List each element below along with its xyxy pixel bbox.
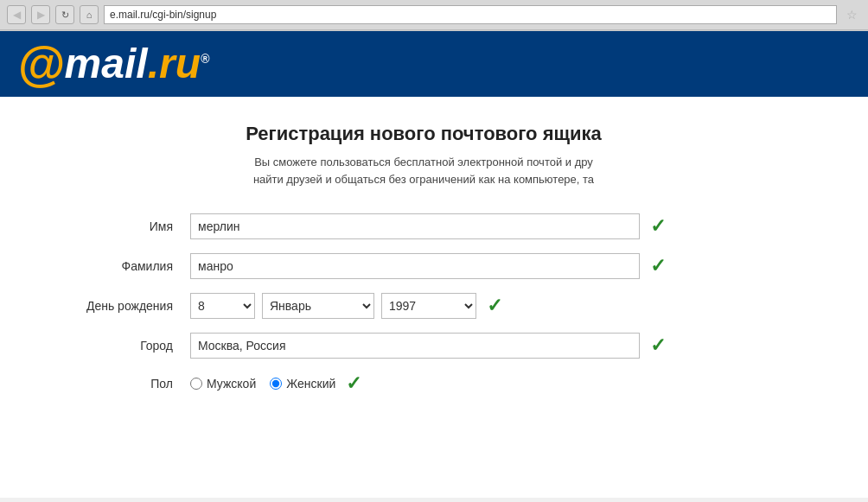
city-input[interactable]: [190, 333, 640, 359]
last-name-label: Фамилия: [52, 259, 190, 273]
browser-toolbar: ◀ ▶ ↻ ⌂ e.mail.ru/cgi-bin/signup ☆: [0, 0, 868, 30]
browser-chrome: ◀ ▶ ↻ ⌂ e.mail.ru/cgi-bin/signup ☆: [0, 0, 868, 31]
gender-options: Мужской Женский: [190, 377, 335, 391]
registration-form-area: Регистрация нового почтового ящика Вы см…: [0, 97, 847, 435]
logo-mail-text: mail: [65, 43, 148, 85]
city-check-icon: ✓: [650, 334, 666, 357]
birthday-row: День рождения 8 1 2 3 4 5 6 7 9 10 11 12…: [35, 293, 813, 319]
site-logo: @ mail .ru®: [17, 40, 209, 88]
last-name-input[interactable]: [190, 253, 640, 279]
site-header: @ mail .ru®: [0, 31, 868, 97]
refresh-button[interactable]: ↻: [55, 5, 74, 24]
first-name-label: Имя: [52, 219, 190, 233]
gender-female-radio[interactable]: [270, 378, 282, 390]
birthday-day-select[interactable]: 8 1 2 3 4 5 6 7 9 10 11 12 13 14 15 16 1: [190, 293, 255, 319]
birthday-label: День рождения: [52, 299, 190, 313]
birthday-check-icon: ✓: [487, 295, 502, 317]
back-button[interactable]: ◀: [7, 5, 26, 24]
city-row: Город ✓: [35, 333, 813, 359]
gender-female-option[interactable]: Женский: [270, 377, 335, 391]
gender-female-label: Женский: [286, 377, 335, 391]
birthday-selects: 8 1 2 3 4 5 6 7 9 10 11 12 13 14 15 16 1: [190, 293, 476, 319]
gender-row: Пол Мужской Женский ✓: [35, 372, 813, 395]
first-name-input[interactable]: [190, 213, 640, 239]
bookmark-star-icon[interactable]: ☆: [842, 5, 861, 24]
first-name-row: Имя ✓: [35, 213, 813, 239]
logo-registered: ®: [201, 52, 209, 66]
page-content: @ mail .ru® Регистрация нового почтового…: [0, 31, 868, 498]
gender-male-radio[interactable]: [190, 378, 202, 390]
page-title: Регистрация нового почтового ящика: [35, 123, 813, 145]
birthday-month-select[interactable]: Январь Февраль Март Апрель Май Июнь Июль…: [262, 293, 374, 319]
city-label: Город: [52, 339, 190, 353]
forward-button[interactable]: ▶: [31, 5, 50, 24]
gender-male-label: Мужской: [207, 377, 256, 391]
last-name-row: Фамилия ✓: [35, 253, 813, 279]
gender-label: Пол: [52, 377, 190, 391]
gender-check-icon: ✓: [346, 372, 361, 395]
logo-dot-ru-text: .ru®: [148, 43, 210, 85]
logo-at-symbol: @: [17, 40, 65, 88]
address-bar[interactable]: e.mail.ru/cgi-bin/signup: [104, 5, 837, 24]
gender-male-option[interactable]: Мужской: [190, 377, 256, 391]
home-button[interactable]: ⌂: [80, 5, 99, 24]
last-name-check-icon: ✓: [650, 255, 666, 277]
first-name-check-icon: ✓: [650, 215, 666, 238]
page-subtitle: Вы сможете пользоваться бесплатной элект…: [35, 154, 813, 187]
birthday-year-select[interactable]: 1997 1996 1995 1994 1993 1992 1991 1990 …: [381, 293, 476, 319]
